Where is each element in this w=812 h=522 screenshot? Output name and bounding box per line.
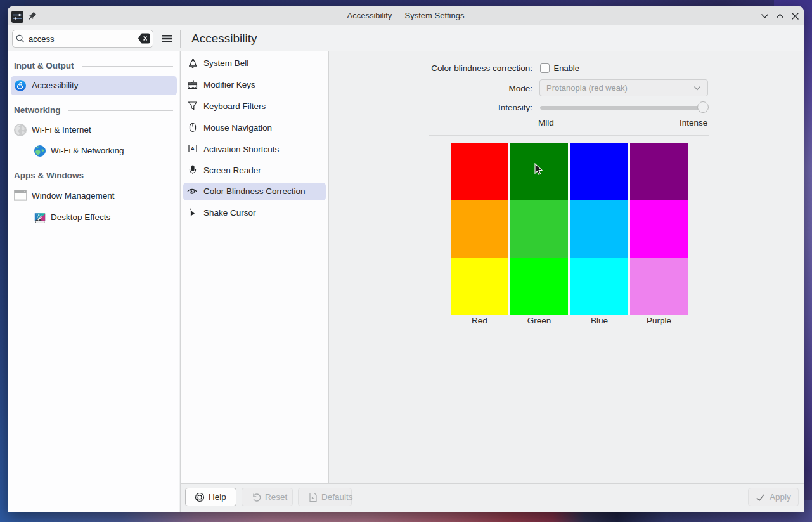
svg-text:A: A	[191, 146, 195, 152]
